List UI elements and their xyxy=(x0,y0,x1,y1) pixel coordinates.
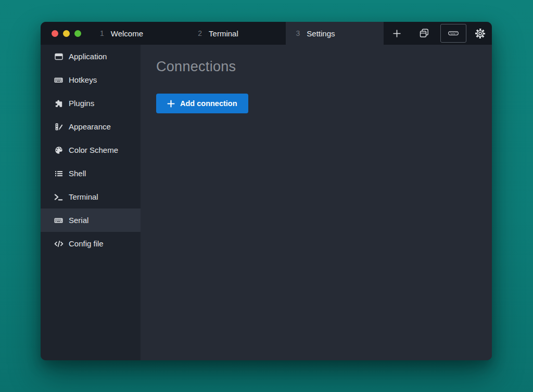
terminal-icon xyxy=(54,193,64,201)
tab-number: 3 xyxy=(296,29,300,37)
desktop: { "titlebar": { "traffic_lights": { "clo… xyxy=(0,0,533,392)
sidebar-item-config-file[interactable]: Config file xyxy=(41,232,141,255)
tab-settings[interactable]: 3 Settings xyxy=(286,22,384,45)
add-connection-button[interactable]: Add connection xyxy=(156,94,248,113)
settings-button[interactable] xyxy=(468,22,492,45)
serial-connector-icon xyxy=(448,29,459,37)
tab-label: Welcome xyxy=(111,29,143,38)
sidebar-item-appearance[interactable]: Appearance xyxy=(41,115,141,138)
traffic-lights xyxy=(41,22,90,45)
sidebar-item-shell[interactable]: Shell xyxy=(41,162,141,185)
app-window: 1 Welcome 2 Terminal 3 Settings xyxy=(41,22,492,360)
sidebar-item-label: Color Scheme xyxy=(69,146,118,154)
tab-label: Terminal xyxy=(209,29,238,38)
keyboard-icon xyxy=(54,216,64,225)
sidebar-item-label: Shell xyxy=(69,169,86,178)
keyboard-icon xyxy=(54,76,64,84)
sidebar-item-plugins[interactable]: Plugins xyxy=(41,92,141,115)
sidebar-item-serial[interactable]: Serial xyxy=(41,208,141,232)
tab-label: Settings xyxy=(307,29,335,38)
puzzle-icon xyxy=(54,99,64,108)
plus-icon xyxy=(392,29,402,38)
plus-icon xyxy=(167,100,175,108)
minimize-button[interactable] xyxy=(63,30,70,37)
window-body: Application xyxy=(41,45,492,360)
duplicate-tab-button[interactable] xyxy=(410,22,438,45)
tab-welcome[interactable]: 1 Welcome xyxy=(90,22,187,45)
sidebar-item-label: Appearance xyxy=(69,122,111,131)
clone-icon xyxy=(419,28,429,38)
page-title: Connections xyxy=(156,59,476,75)
close-button[interactable] xyxy=(52,30,58,37)
palette-icon xyxy=(54,146,64,154)
zoom-button[interactable] xyxy=(74,30,81,37)
gear-icon xyxy=(474,28,486,40)
tab-terminal[interactable]: 2 Terminal xyxy=(187,22,285,45)
sidebar-item-label: Config file xyxy=(69,239,104,248)
sidebar-item-label: Application xyxy=(69,52,107,61)
sidebar-item-color-scheme[interactable]: Color Scheme xyxy=(41,138,141,162)
tab-number: 1 xyxy=(100,29,104,37)
sidebar-item-label: Hotkeys xyxy=(69,75,97,84)
title-bar: 1 Welcome 2 Terminal 3 Settings xyxy=(41,22,492,45)
sidebar-item-label: Serial xyxy=(69,216,88,225)
sidebar-item-application[interactable]: Application xyxy=(41,45,141,68)
code-icon xyxy=(54,240,64,248)
sidebar-item-label: Plugins xyxy=(69,99,94,108)
sidebar-item-label: Terminal xyxy=(69,192,98,201)
tab-number: 2 xyxy=(198,29,202,37)
swatchbook-icon xyxy=(54,123,64,131)
settings-content: Connections Add connection xyxy=(141,45,492,360)
sidebar-item-terminal[interactable]: Terminal xyxy=(41,185,141,208)
window-icon xyxy=(54,53,64,61)
serial-button-cell xyxy=(438,22,468,45)
new-tab-button[interactable] xyxy=(384,22,411,45)
settings-sidebar: Application xyxy=(41,45,141,360)
serial-quick-button[interactable] xyxy=(440,24,466,43)
list-icon xyxy=(54,169,64,178)
sidebar-item-hotkeys[interactable]: Hotkeys xyxy=(41,68,141,92)
add-connection-label: Add connection xyxy=(180,99,237,108)
